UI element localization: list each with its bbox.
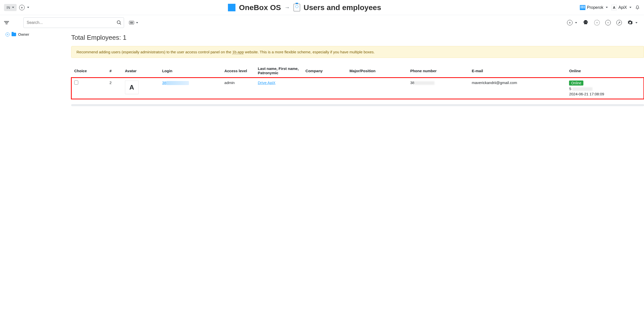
add-record-menu[interactable]: + xyxy=(567,20,577,25)
folder-icon xyxy=(12,33,16,36)
name-link[interactable]: Drive ApiX xyxy=(258,81,275,85)
user-name: ApiX xyxy=(618,5,627,10)
cell-name: Drive ApiX xyxy=(255,77,303,99)
left-column: + Owner xyxy=(0,15,67,106)
cell-online: Online 5 2024-06-21 17:08:09 xyxy=(566,77,644,99)
cell-avatar: A xyxy=(122,77,159,99)
header-right: Properok A ApiX xyxy=(580,5,640,10)
main-layout: + Owner + − − xyxy=(0,15,644,106)
header-center: OneBox OS → Users and employees xyxy=(32,3,577,12)
tree-root-item[interactable]: + Owner xyxy=(6,32,64,36)
caret-down-icon xyxy=(575,22,577,23)
bell-icon[interactable] xyxy=(635,5,640,10)
online-ip-line: 5 xyxy=(569,87,641,91)
toolbar-right: + − − ↗ xyxy=(567,20,640,26)
right-column: + − − ↗ Total Employees: 1 Recommend add… xyxy=(67,15,644,106)
login-link[interactable]: 38 xyxy=(162,81,189,85)
cell-choice xyxy=(71,77,106,99)
page-title: Users and employees xyxy=(304,3,381,12)
gear-icon xyxy=(627,20,633,25)
col-position[interactable]: Major/Position xyxy=(346,64,407,77)
sidebar-tree: + Owner xyxy=(0,30,67,36)
top-header: IN + OneBox OS → Users and employees Pro… xyxy=(0,0,644,15)
skull-icon[interactable] xyxy=(583,20,589,26)
phone-redacted xyxy=(414,81,434,85)
search-input[interactable] xyxy=(27,20,116,25)
users-module-icon xyxy=(294,4,300,11)
online-line2-prefix: 5 xyxy=(569,87,571,91)
list-view-icon xyxy=(129,21,134,24)
col-name[interactable]: Last name, First name, Patronymic xyxy=(255,64,303,77)
col-access[interactable]: Access level xyxy=(221,64,255,77)
caret-down-icon xyxy=(606,7,608,8)
info-banner: Recommend adding users (especially admin… xyxy=(71,46,644,58)
add-menu[interactable]: + xyxy=(19,5,29,10)
total-employees-label: Total Employees: 1 xyxy=(71,30,644,46)
export-arrow-icon[interactable]: ↗ xyxy=(616,20,622,25)
settings-menu[interactable] xyxy=(627,20,637,25)
plus-circle-icon: + xyxy=(567,20,573,25)
brand-name[interactable]: OneBox OS xyxy=(239,3,281,12)
cell-email: maverickandrii@gmail.com xyxy=(469,77,566,99)
phone-prefix: 38 xyxy=(410,81,415,85)
banner-link[interactable]: 1b.app xyxy=(232,50,244,54)
col-choice[interactable]: Choice xyxy=(71,64,106,77)
avatar-icon: A xyxy=(611,5,617,10)
caret-down-icon xyxy=(629,7,631,8)
col-num[interactable]: # xyxy=(106,64,122,77)
login-redacted xyxy=(166,81,189,85)
banner-text-suffix: website. This is a more flexible scheme,… xyxy=(244,50,375,54)
cell-phone: 38 xyxy=(407,77,469,99)
caret-down-icon xyxy=(136,22,138,23)
dashed-minus-icon[interactable]: − xyxy=(594,20,600,25)
login-prefix: 38 xyxy=(162,81,166,85)
table-header-row: Choice # Avatar Login Access level Last … xyxy=(71,64,644,77)
filter-icon[interactable] xyxy=(4,21,9,24)
cell-login: 38 xyxy=(159,77,221,99)
avatar-icon: A xyxy=(125,81,139,94)
col-login[interactable]: Login xyxy=(159,64,221,77)
col-company[interactable]: Company xyxy=(302,64,346,77)
language-label: IN xyxy=(7,6,10,10)
cell-num: 2 xyxy=(106,77,122,99)
plus-circle-icon: + xyxy=(19,5,25,10)
tree-root-label: Owner xyxy=(18,32,29,36)
search-box[interactable] xyxy=(23,17,124,28)
caret-down-icon xyxy=(635,22,637,23)
arrow-right-icon: → xyxy=(285,4,290,11)
display-mode-selector[interactable] xyxy=(129,21,138,24)
language-selector[interactable]: IN xyxy=(4,4,17,11)
brand-logo-icon xyxy=(228,4,235,11)
employees-table: Choice # Avatar Login Access level Last … xyxy=(71,64,644,99)
org-selector[interactable]: Properok xyxy=(580,5,608,10)
cell-access: admin xyxy=(221,77,255,99)
caret-down-icon xyxy=(12,7,14,8)
col-phone[interactable]: Phone number xyxy=(407,64,469,77)
building-icon xyxy=(580,5,585,10)
col-online[interactable]: Online xyxy=(566,64,644,77)
online-ip-redacted xyxy=(572,87,592,91)
table-scrollbar[interactable] xyxy=(71,104,644,106)
col-email[interactable]: E-mail xyxy=(469,64,566,77)
row-checkbox[interactable] xyxy=(74,81,78,85)
search-icon[interactable] xyxy=(116,20,122,25)
online-timestamp: 2024-06-21 17:08:09 xyxy=(569,92,641,96)
online-badge: Online xyxy=(569,81,583,86)
user-menu[interactable]: A ApiX xyxy=(611,5,631,10)
org-name: Properok xyxy=(587,5,603,10)
toolbar: + − − ↗ xyxy=(71,15,644,30)
minus-circle-icon[interactable]: − xyxy=(605,20,611,25)
banner-text-prefix: Recommend adding users (especially admin… xyxy=(76,50,232,54)
cell-position xyxy=(346,77,407,99)
cell-company xyxy=(302,77,346,99)
table-row[interactable]: 2 A 38 admin Drive ApiX 38 maverickandri… xyxy=(71,77,644,99)
caret-down-icon xyxy=(27,7,29,8)
col-avatar[interactable]: Avatar xyxy=(122,64,159,77)
add-node-icon[interactable]: + xyxy=(6,32,10,36)
